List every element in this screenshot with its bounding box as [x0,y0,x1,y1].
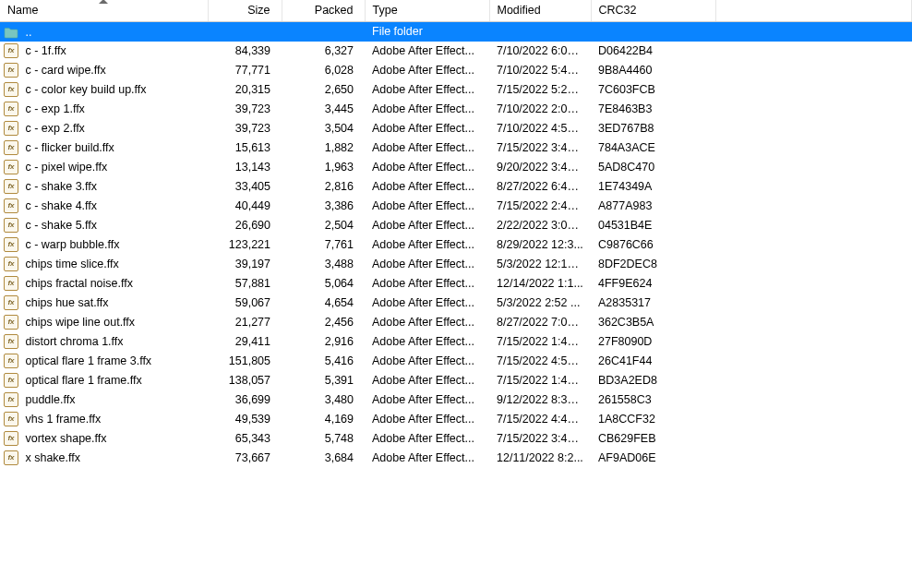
file-size: 151,805 [208,352,282,371]
file-modified: 12/14/2022 1:1... [489,274,591,294]
table-row[interactable]: fx c - 1f.ffx 84,339 6,327 Adobe After E… [0,42,912,61]
file-modified: 9/20/2022 3:43 ... [489,158,591,177]
table-row[interactable]: fx chips wipe line out.ffx 21,277 2,456 … [0,313,912,332]
file-size: 29,411 [208,332,282,352]
file-crc32: 7E8463B3 [591,100,715,119]
file-type: Adobe After Effect... [365,255,489,274]
file-modified: 7/10/2022 6:03 ... [489,42,591,61]
table-row[interactable]: fx c - card wipe.ffx 77,771 6,028 Adobe … [0,61,912,80]
ffx-file-icon: fx [4,257,18,271]
file-crc32: 4FF9E624 [591,274,715,294]
ffx-file-icon: fx [4,43,18,58]
ffx-file-icon: fx [4,140,18,155]
file-name: c - card wipe.ffx [25,64,105,77]
ffx-file-icon: fx [4,276,18,291]
table-row[interactable]: fx puddle.ffx 36,699 3,480 Adobe After E… [0,390,912,410]
column-header-row: Name Size Packed Type Modified CRC32 [0,0,912,22]
ffx-file-icon: fx [4,392,18,407]
table-row[interactable]: fx c - shake 3.ffx 33,405 2,816 Adobe Af… [0,177,912,197]
file-packed: 3,445 [282,100,365,119]
file-modified: 7/10/2022 4:51 ... [489,119,591,138]
file-crc32: 8DF2DEC8 [591,255,715,274]
file-modified: 7/15/2022 4:48 ... [489,410,591,429]
column-header-name[interactable]: Name [0,0,208,22]
table-row-parent-folder[interactable]: .. File folder [0,22,912,42]
file-size: 20,315 [208,80,282,100]
file-list-table[interactable]: Name Size Packed Type Modified CRC32 .. … [0,0,912,468]
file-modified: 7/15/2022 5:21 ... [489,80,591,100]
table-row[interactable]: fx c - exp 1.ffx 39,723 3,445 Adobe Afte… [0,100,912,119]
file-packed: 3,488 [282,255,365,274]
file-type: Adobe After Effect... [365,274,489,294]
file-modified: 12/11/2022 8:2... [489,449,591,468]
ffx-file-icon: fx [4,121,18,136]
table-row[interactable]: fx c - pixel wipe.ffx 13,143 1,963 Adobe… [0,158,912,177]
file-size: 15,613 [208,138,282,158]
table-row[interactable]: fx chips time slice.ffx 39,197 3,488 Ado… [0,255,912,274]
ffx-file-icon: fx [4,237,18,252]
parent-folder-type: File folder [365,22,489,42]
table-row[interactable]: fx optical flare 1 frame 3.ffx 151,805 5… [0,352,912,371]
file-modified: 8/29/2022 12:3... [489,235,591,255]
table-row[interactable]: fx c - shake 5.ffx 26,690 2,504 Adobe Af… [0,216,912,235]
file-size: 13,143 [208,158,282,177]
table-row[interactable]: fx c - warp bubble.ffx 123,221 7,761 Ado… [0,235,912,255]
file-type: Adobe After Effect... [365,332,489,352]
file-crc32: A877A983 [591,197,715,216]
file-crc32: CB629FEB [591,429,715,449]
file-name: puddle.ffx [25,393,75,406]
table-row[interactable]: fx chips fractal noise.ffx 57,881 5,064 … [0,274,912,294]
ffx-file-icon: fx [4,295,18,310]
ffx-file-icon: fx [4,102,18,116]
file-size: 138,057 [208,371,282,390]
file-type: Adobe After Effect... [365,61,489,80]
table-row[interactable]: fx vhs 1 frame.ffx 49,539 4,169 Adobe Af… [0,410,912,429]
column-header-packed[interactable]: Packed [282,0,365,22]
file-packed: 3,386 [282,197,365,216]
file-packed: 3,480 [282,390,365,410]
file-crc32: 5AD8C470 [591,158,715,177]
file-name: chips hue sat.ffx [25,296,108,309]
column-header-modified[interactable]: Modified [489,0,591,22]
file-type: Adobe After Effect... [365,158,489,177]
file-packed: 2,916 [282,332,365,352]
table-row[interactable]: fx c - shake 4.ffx 40,449 3,386 Adobe Af… [0,197,912,216]
ffx-file-icon: fx [4,198,18,213]
file-name: c - pixel wipe.ffx [25,161,107,174]
file-modified: 7/15/2022 1:43 ... [489,371,591,390]
ffx-file-icon: fx [4,334,18,349]
table-row[interactable]: fx c - flicker build.ffx 15,613 1,882 Ad… [0,138,912,158]
file-type: Adobe After Effect... [365,449,489,468]
column-header-size[interactable]: Size [208,0,282,22]
file-type: Adobe After Effect... [365,42,489,61]
ffx-file-icon: fx [4,160,18,174]
file-crc32: 04531B4E [591,216,715,235]
file-type: Adobe After Effect... [365,294,489,313]
file-packed: 6,028 [282,61,365,80]
column-header-crc32[interactable]: CRC32 [591,0,715,22]
file-size: 21,277 [208,313,282,332]
file-type: Adobe After Effect... [365,235,489,255]
file-size: 39,723 [208,119,282,138]
file-modified: 2/22/2022 3:05 ... [489,216,591,235]
file-packed: 5,391 [282,371,365,390]
file-size: 36,699 [208,390,282,410]
table-row[interactable]: fx distort chroma 1.ffx 29,411 2,916 Ado… [0,332,912,352]
table-row[interactable]: fx x shake.ffx 73,667 3,684 Adobe After … [0,449,912,468]
file-packed: 2,650 [282,80,365,100]
column-header-type[interactable]: Type [365,0,489,22]
table-row[interactable]: fx c - exp 2.ffx 39,723 3,504 Adobe Afte… [0,119,912,138]
table-row[interactable]: fx vortex shape.ffx 65,343 5,748 Adobe A… [0,429,912,449]
table-row[interactable]: fx chips hue sat.ffx 59,067 4,654 Adobe … [0,294,912,313]
file-size: 59,067 [208,294,282,313]
file-crc32: 27F8090D [591,332,715,352]
file-size: 33,405 [208,177,282,197]
ffx-file-icon: fx [4,82,18,97]
file-crc32: 3ED767B8 [591,119,715,138]
file-name: optical flare 1 frame.ffx [25,374,141,387]
table-row[interactable]: fx c - color key build up.ffx 20,315 2,6… [0,80,912,100]
file-packed: 1,963 [282,158,365,177]
table-row[interactable]: fx optical flare 1 frame.ffx 138,057 5,3… [0,371,912,390]
file-name: c - warp bubble.ffx [25,238,119,251]
file-type: Adobe After Effect... [365,197,489,216]
